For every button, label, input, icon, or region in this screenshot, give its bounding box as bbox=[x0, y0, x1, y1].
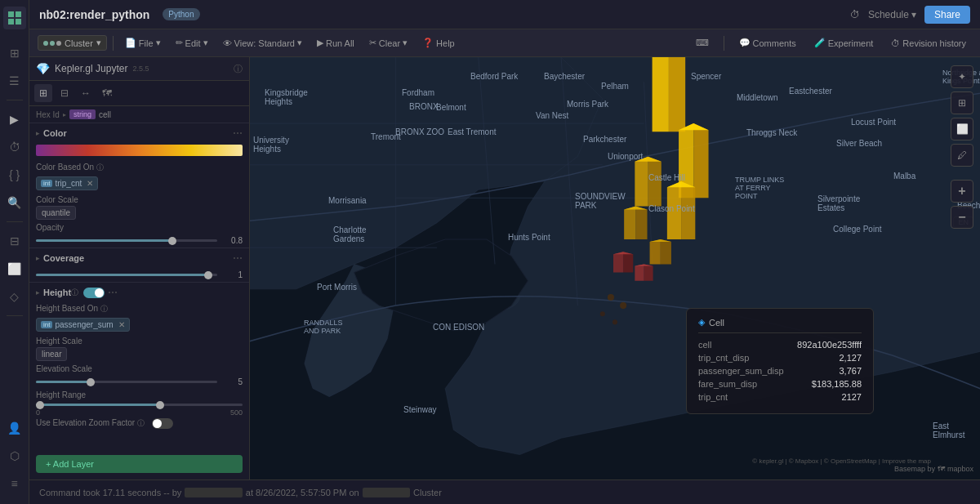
map-ctrl-table[interactable]: ⬜ bbox=[951, 118, 973, 140]
coverage-section-more[interactable]: ⋯ bbox=[233, 252, 243, 264]
height-info-icon: ⓘ bbox=[71, 288, 78, 298]
mapbox-label: mapbox bbox=[947, 465, 973, 473]
cluster-label: Cluster bbox=[65, 38, 93, 48]
sidebar-icon-grid[interactable]: ⊞ bbox=[3, 42, 26, 65]
height-range-min: 0 bbox=[36, 408, 40, 417]
help-button[interactable]: ❓ Help bbox=[416, 35, 461, 51]
comments-button[interactable]: 💬 Comments bbox=[733, 35, 802, 51]
svg-marker-15 bbox=[653, 57, 669, 132]
file-button[interactable]: 📄 File ▾ bbox=[119, 35, 167, 51]
tooltip-header: ◈ Cell bbox=[698, 317, 862, 333]
sidebar-icon-layers[interactable]: ⊟ bbox=[3, 230, 26, 252]
coverage-expand-icon: ▸ bbox=[36, 254, 40, 262]
toolbar-sep-1 bbox=[113, 36, 114, 51]
tab-interactions[interactable]: ↔ bbox=[77, 84, 95, 102]
sidebar-icon-code[interactable]: { } bbox=[3, 163, 26, 186]
run-all-button[interactable]: ▶ Run All bbox=[311, 35, 360, 51]
kepler-title-text: Kepler.gl Jupyter bbox=[55, 63, 127, 74]
color-section-header[interactable]: ▸ Color ⋯ bbox=[29, 123, 249, 143]
svg-marker-27 bbox=[624, 206, 635, 239]
color-field-tag[interactable]: int trip_cnt ✕ bbox=[36, 176, 98, 190]
tooltip-row-fare-sum: fare_sum_disp $183,185.88 bbox=[698, 379, 862, 389]
sidebar-icon-box[interactable]: ⬜ bbox=[3, 257, 26, 280]
height-range-min-thumb[interactable] bbox=[36, 401, 44, 409]
height-section-header[interactable]: ▸ Height ⓘ ⋯ bbox=[29, 282, 249, 302]
color-field-type: int bbox=[41, 180, 52, 187]
tab-layers[interactable]: ⊞ bbox=[34, 84, 52, 102]
cluster-selector[interactable]: Cluster ▾ bbox=[38, 35, 107, 51]
hex-id-row: Hex Id ▸ string cell bbox=[29, 106, 249, 123]
cluster-chevron: ▾ bbox=[96, 38, 101, 48]
height-scale-value[interactable]: linear bbox=[36, 347, 67, 361]
opacity-slider-thumb[interactable] bbox=[168, 237, 176, 245]
height-field-type: int bbox=[41, 321, 52, 328]
main-content: nb02:render_python Python ⏱ Schedule ▾ S… bbox=[29, 0, 980, 504]
opacity-slider-row: 0.8 bbox=[29, 234, 249, 248]
height-range-row bbox=[29, 401, 249, 408]
keyboard-button[interactable]: ⌨ bbox=[690, 35, 715, 51]
height-field-remove[interactable]: ✕ bbox=[118, 320, 125, 329]
height-toggle[interactable] bbox=[83, 288, 105, 298]
view-button[interactable]: 👁 View: Standard ▾ bbox=[217, 35, 308, 51]
experiment-icon: 🧪 bbox=[814, 38, 826, 48]
schedule-button[interactable]: Schedule ▾ bbox=[868, 9, 916, 20]
color-gradient[interactable] bbox=[36, 145, 243, 156]
left-sidebar: ⊞ ☰ ▶ ⏱ { } 🔍 ⊟ ⬜ ◇ 👤 ⬡ ≡ bbox=[0, 0, 29, 504]
sidebar-divider-2 bbox=[7, 221, 23, 222]
sidebar-icon-list[interactable]: ☰ bbox=[3, 69, 26, 92]
revision-button[interactable]: ⏱ Revision history bbox=[885, 36, 972, 51]
map-ctrl-zoom-out[interactable]: − bbox=[951, 206, 973, 229]
sidebar-icon-clock[interactable]: ⏱ bbox=[3, 136, 26, 158]
map-ctrl-zoom-in[interactable]: + bbox=[951, 180, 973, 203]
map-ctrl-compass[interactable]: ✦ bbox=[951, 65, 973, 88]
tooltip-gem-icon: ◈ bbox=[698, 317, 705, 328]
color-expand-icon: ▸ bbox=[36, 129, 40, 137]
color-scale-value[interactable]: quantile bbox=[36, 206, 76, 220]
output-at: at 8/26/2022, 5:57:50 PM on bbox=[246, 488, 359, 497]
sidebar-icon-settings-bottom[interactable]: ≡ bbox=[3, 472, 26, 495]
sidebar-icon-arrow[interactable]: ▶ bbox=[3, 108, 26, 131]
tab-filter[interactable]: ⊟ bbox=[56, 84, 74, 102]
zoom-toggle[interactable] bbox=[152, 418, 173, 429]
hex-caret: ▸ bbox=[63, 111, 66, 118]
svg-marker-29 bbox=[661, 239, 671, 264]
kepler-gem-icon: 💎 bbox=[36, 62, 50, 75]
height-range-label: Height Range bbox=[29, 389, 249, 401]
map-svg bbox=[250, 57, 980, 479]
coverage-slider-thumb[interactable] bbox=[204, 271, 212, 279]
height-range-track[interactable] bbox=[36, 404, 243, 406]
svg-marker-21 bbox=[635, 157, 648, 207]
tooltip-row-passenger-sum: passenger_sum_disp 3,767 bbox=[698, 366, 862, 376]
height-range-max: 500 bbox=[230, 408, 243, 417]
share-button[interactable]: Share bbox=[924, 6, 970, 24]
help-icon: ❓ bbox=[422, 38, 434, 48]
sidebar-icon-puzzle[interactable]: ⬡ bbox=[3, 444, 26, 467]
height-section-more[interactable]: ⋯ bbox=[108, 287, 118, 298]
coverage-section-header[interactable]: ▸ Coverage ⋯ bbox=[29, 248, 249, 268]
color-section-more[interactable]: ⋯ bbox=[233, 127, 243, 139]
sidebar-icon-user[interactable]: 👤 bbox=[3, 417, 26, 439]
height-range-fill bbox=[36, 404, 160, 406]
edit-button[interactable]: ✏ Edit ▾ bbox=[170, 35, 214, 51]
tab-map[interactable]: 🗺 bbox=[98, 84, 116, 102]
map-ctrl-draw[interactable]: 🖊 bbox=[951, 144, 973, 167]
height-field-name: passenger_sum bbox=[55, 320, 113, 329]
sidebar-icon-search[interactable]: 🔍 bbox=[3, 191, 26, 214]
map-ctrl-layers[interactable]: ⊞ bbox=[951, 91, 973, 114]
add-layer-button[interactable]: + Add Layer bbox=[36, 455, 243, 473]
elevation-slider-track[interactable] bbox=[36, 381, 217, 383]
height-field-tag[interactable]: int passenger_sum ✕ bbox=[36, 318, 130, 332]
clock-button[interactable]: ⏱ bbox=[850, 9, 860, 20]
tooltip-row-cell: cell 892a100e253ffff bbox=[698, 340, 862, 350]
experiment-button[interactable]: 🧪 Experiment bbox=[808, 35, 880, 51]
sidebar-icon-diamond[interactable]: ◇ bbox=[3, 285, 26, 308]
coverage-slider-track[interactable] bbox=[36, 274, 217, 276]
map-area: Baychester Bedford Park BRONX BRONX ZOO … bbox=[250, 57, 980, 479]
height-range-max-thumb[interactable] bbox=[156, 401, 164, 409]
clear-button[interactable]: ✂ Clear ▾ bbox=[363, 35, 413, 51]
elevation-slider-thumb[interactable] bbox=[87, 378, 95, 386]
height-section-title: Height bbox=[43, 288, 71, 297]
kepler-info-icon[interactable]: ⓘ bbox=[234, 63, 243, 75]
color-field-remove[interactable]: ✕ bbox=[87, 179, 93, 188]
opacity-slider-track[interactable] bbox=[36, 239, 217, 242]
